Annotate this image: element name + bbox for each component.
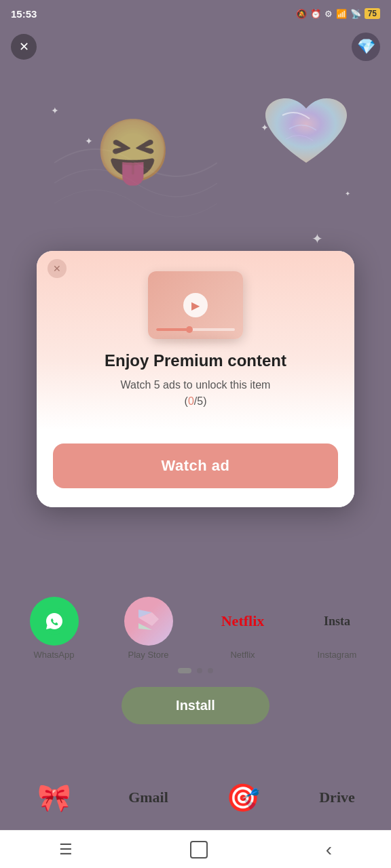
- whatsapp-icon: [30, 597, 79, 646]
- app-item-netflix: Netflix Netflix: [202, 597, 284, 660]
- instagram-label: Instagram: [318, 650, 357, 660]
- dot-1: [178, 668, 191, 673]
- watch-ad-button[interactable]: Watch ad: [53, 443, 338, 488]
- bottom-drive: Drive: [297, 773, 378, 825]
- sticker-icon-1: 🎀: [30, 773, 79, 822]
- modal-title: Enjoy Premium content: [105, 351, 286, 370]
- dot-3: [208, 668, 213, 673]
- netflix-icon: Netflix: [219, 597, 267, 646]
- video-icon-wrapper: ▶: [148, 271, 243, 339]
- app-icons-row: WhatsApp Play Store Netflix Netflix: [0, 590, 391, 660]
- modal-counter: 0: [188, 395, 194, 407]
- modal-subtitle: Watch 5 ads to unlock this item (0/5): [121, 377, 271, 410]
- modal-close-icon: ✕: [53, 263, 61, 274]
- app-item-instagram: Insta Instagram: [297, 597, 378, 660]
- bottom-sticker-2: 🎯: [202, 773, 284, 825]
- settings-icon: ⚙: [324, 9, 333, 19]
- signal-icon: 📶: [336, 9, 347, 19]
- modal-body: Watch ad: [37, 430, 354, 507]
- modal-subtitle-text: Watch 5 ads to unlock this item: [121, 379, 271, 391]
- app-icons-section-2: 🎀 Gmail 🎯 Drive: [0, 773, 391, 825]
- netflix-label: Netflix: [230, 650, 255, 660]
- diamond-button[interactable]: 💎: [352, 33, 380, 61]
- modal-header: ✕ ▶ Enjoy Premium content Watch 5 ads to…: [37, 251, 354, 430]
- install-section: Install: [0, 687, 391, 724]
- diamond-icon: 💎: [357, 38, 375, 56]
- close-top-button[interactable]: ✕: [11, 34, 37, 60]
- nav-bar: ☰ ‹: [0, 830, 391, 868]
- mute-icon: 🔕: [296, 9, 307, 19]
- play-button: ▶: [183, 293, 208, 317]
- whatsapp-label: WhatsApp: [34, 650, 75, 660]
- bottom-sticker-1: 🎀: [14, 773, 95, 825]
- video-card: ▶: [148, 271, 243, 339]
- modal-close-button[interactable]: ✕: [48, 259, 67, 278]
- install-button[interactable]: Install: [122, 687, 269, 724]
- netflix-text: Netflix: [221, 612, 265, 630]
- nav-back-icon[interactable]: ‹: [326, 839, 332, 861]
- app-item-whatsapp: WhatsApp: [14, 597, 95, 660]
- instagram-icon: Insta: [313, 597, 362, 646]
- progress-bar: [156, 328, 235, 331]
- instagram-text: Insta: [324, 614, 350, 629]
- app-item-playstore: Play Store: [108, 597, 189, 660]
- status-bar: 15:53 🔕 ⏰ ⚙ 📶 📡 75: [0, 0, 391, 27]
- gmail-icon: Gmail: [124, 773, 173, 822]
- dot-2: [197, 668, 202, 673]
- playstore-icon: [124, 597, 173, 646]
- alarm-icon: ⏰: [310, 9, 321, 19]
- pagination-dots: [0, 668, 391, 673]
- progress-dot: [186, 326, 193, 333]
- bottom-gmail: Gmail: [108, 773, 189, 825]
- nav-home-icon[interactable]: [190, 841, 208, 859]
- app-icons-section: WhatsApp Play Store Netflix Netflix: [0, 590, 391, 724]
- top-nav: ✕ 💎: [0, 27, 391, 66]
- sticker-icon-2: 🎯: [219, 773, 267, 822]
- wifi-icon: 📡: [350, 9, 361, 19]
- drive-icon: Drive: [313, 773, 362, 822]
- battery-icon: 75: [365, 8, 380, 19]
- status-time: 15:53: [11, 8, 37, 20]
- playstore-label: Play Store: [128, 650, 169, 660]
- nav-menu-icon[interactable]: ☰: [59, 841, 73, 859]
- premium-modal: ✕ ▶ Enjoy Premium content Watch 5 ads to…: [37, 251, 354, 507]
- progress-fill: [156, 328, 187, 331]
- status-icons: 🔕 ⏰ ⚙ 📶 📡 75: [296, 8, 380, 19]
